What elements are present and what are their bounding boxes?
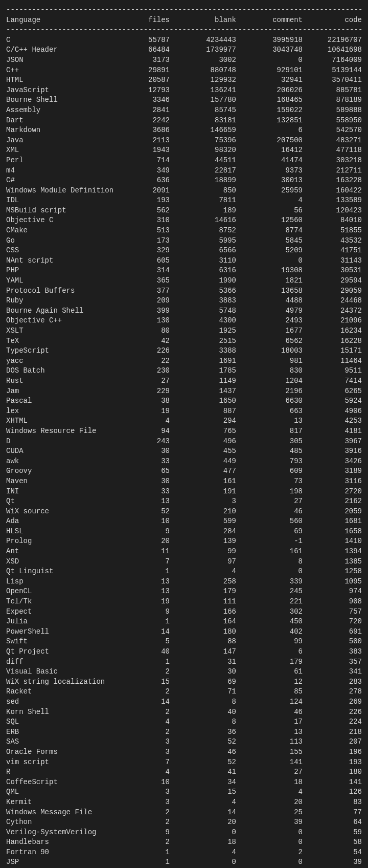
cell-files: 1 <box>113 857 170 867</box>
cell-blank: 14616 <box>170 215 236 226</box>
cell-blank: 1739977 <box>170 45 236 55</box>
table-row: awk334497933426 <box>6 457 362 467</box>
cell-language: CSS <box>6 246 113 256</box>
cell-files: 562 <box>113 206 170 216</box>
cell-comment: 4 <box>236 196 303 206</box>
cell-code: 41751 <box>303 246 362 256</box>
cell-code: 196 <box>303 747 362 757</box>
cell-files: 314 <box>113 266 170 276</box>
cell-language: JSON <box>6 55 113 66</box>
cell-language: Perl <box>6 156 113 166</box>
cell-blank: 85745 <box>170 105 236 116</box>
cell-code: 542570 <box>303 125 362 136</box>
cell-blank: 1437 <box>170 386 236 397</box>
cell-comment: 6 <box>236 647 303 657</box>
cell-language: OpenCL <box>6 587 113 597</box>
cell-comment: 0 <box>236 837 303 848</box>
cell-language: YAML <box>6 276 113 286</box>
table-row: Tcl/Tk19111221908 <box>6 597 362 607</box>
table-row: Kermit342083 <box>6 797 362 808</box>
divider-header: ----------------------------------------… <box>6 25 362 35</box>
cell-files: 636 <box>113 176 170 186</box>
cell-comment: 132851 <box>236 116 303 126</box>
cell-comment: 13 <box>236 727 303 737</box>
cell-code: 84010 <box>303 215 362 226</box>
cell-files: 130 <box>113 316 170 326</box>
cell-language: CUDA <box>6 446 113 457</box>
cell-code: 3570411 <box>303 75 362 85</box>
cell-comment: 17 <box>236 717 303 727</box>
cell-comment: 339 <box>236 577 303 587</box>
cell-files: 3 <box>113 787 170 797</box>
cell-files: 14 <box>113 697 170 707</box>
cell-files: 226 <box>113 346 170 356</box>
table-row: HTML20587129932329413570411 <box>6 75 362 85</box>
cell-blank: 22817 <box>170 166 236 176</box>
table-row: Pascal38165066305924 <box>6 396 362 406</box>
cell-code: 24468 <box>303 296 362 306</box>
cell-language: JSP <box>6 857 113 867</box>
table-row: Ruby2093883448824468 <box>6 296 362 306</box>
cell-code: 54 <box>303 848 362 858</box>
table-row: QML3154126 <box>6 787 362 797</box>
cell-language: Maven <box>6 476 113 487</box>
cell-language: Qt Project <box>6 647 113 657</box>
cell-code: 180 <box>303 767 362 777</box>
cell-files: 66484 <box>113 45 170 55</box>
cell-language: C++ <box>6 66 113 76</box>
cell-files: 2 <box>113 808 170 818</box>
cell-blank: 496 <box>170 437 236 447</box>
table-row: C557874234443399591822196707 <box>6 35 362 46</box>
table-row: Korn Shell24046226 <box>6 707 362 718</box>
cell-code: 11464 <box>303 356 362 366</box>
cell-files: 329 <box>113 246 170 256</box>
cell-language: Jam <box>6 386 113 397</box>
table-row: Jam229143721966265 <box>6 386 362 397</box>
cell-files: 52 <box>113 507 170 517</box>
cell-code: 303218 <box>303 156 362 166</box>
cell-comment: 46 <box>236 707 303 718</box>
table-row: Prolog20139-11410 <box>6 536 362 547</box>
cell-language: CMake <box>6 226 113 236</box>
cell-files: 14 <box>113 627 170 637</box>
cell-code: 283 <box>303 677 362 687</box>
cell-blank: 36 <box>170 727 236 737</box>
table-row: Oracle Forms346155196 <box>6 747 362 757</box>
cell-blank: 157780 <box>170 95 236 105</box>
cell-language: R <box>6 767 113 777</box>
cell-files: 377 <box>113 286 170 296</box>
cell-code: 24372 <box>303 306 362 316</box>
cell-comment: 402 <box>236 627 303 637</box>
cell-comment: 6562 <box>236 336 303 346</box>
table-row: Ada105995601681 <box>6 516 362 527</box>
cell-language: TeX <box>6 336 113 346</box>
table-row: Assembly284185745159022589888 <box>6 105 362 116</box>
cell-blank: 4 <box>170 848 236 858</box>
cell-language: QML <box>6 787 113 797</box>
cell-files: 3 <box>113 747 170 757</box>
table-row: Bourne Again Shell3995748497924372 <box>6 306 362 316</box>
cell-blank: 1785 <box>170 366 236 376</box>
cell-code: 58 <box>303 837 362 848</box>
table-row: ERB23613218 <box>6 727 362 737</box>
cell-code: 691 <box>303 627 362 637</box>
cell-language: diff <box>6 657 113 667</box>
cell-language: XSLT <box>6 326 113 336</box>
cell-comment: 159022 <box>236 105 303 116</box>
cell-code: 1385 <box>303 557 362 567</box>
cell-language: Ruby <box>6 296 113 306</box>
cell-comment: 124 <box>236 697 303 707</box>
cell-code: 83 <box>303 797 362 808</box>
cell-code: 4906 <box>303 406 362 417</box>
cell-comment: 206026 <box>236 85 303 96</box>
table-row: Qt Linguist1401258 <box>6 567 362 577</box>
cell-comment: 5209 <box>236 246 303 256</box>
cell-files: 7 <box>113 757 170 768</box>
table-row: MSBuild script56218956120423 <box>6 206 362 216</box>
cell-files: 65 <box>113 466 170 476</box>
cell-code: 483271 <box>303 136 362 146</box>
cell-comment: 179 <box>236 657 303 667</box>
cell-files: 399 <box>113 306 170 316</box>
cell-code: 21096 <box>303 316 362 326</box>
table-row: Dart224283181132851558950 <box>6 116 362 126</box>
